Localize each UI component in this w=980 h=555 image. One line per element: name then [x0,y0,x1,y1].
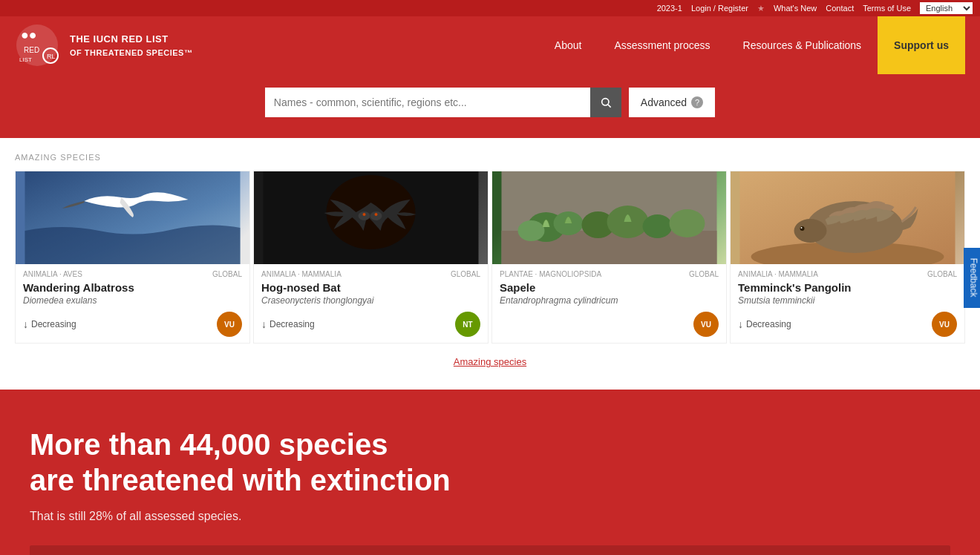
species-scope-pangolin: GLOBAL [927,270,957,278]
species-status-pangolin: ↓ Decreasing VU [738,312,957,337]
trend-label-albatross: Decreasing [31,319,76,329]
nav-resources[interactable]: Resources & Publications [727,16,878,74]
svg-point-14 [375,213,378,216]
species-name-bat: Hog-nosed Bat [261,281,480,294]
section-label: AMAZING SPECIES [15,153,965,162]
login-link[interactable]: Login / Register [691,4,748,13]
species-kingdom-pangolin: ANIMALIA · MAMMALIA [738,270,818,278]
species-scientific-sapele: Entandrophragma cylindricum [500,295,719,306]
svg-text:RED: RED [24,46,39,54]
terms-link[interactable]: Terms of Use [863,4,911,13]
logo-text: THE IUCN RED LIST OF THREATENED SPECIES™ [70,32,192,59]
species-scientific-albatross: Diomedea exulans [23,295,242,306]
search-section: Advanced ? [0,74,980,138]
search-button[interactable] [590,88,621,117]
species-card-pangolin[interactable]: ANIMALIA · MAMMALIA GLOBAL Temminck's Pa… [730,171,965,344]
stats-subtitle: That is still 28% of all assessed specie… [30,510,950,523]
species-status-bat: ↓ Decreasing NT [261,312,480,337]
svg-point-6 [602,99,609,105]
species-meta-pangolin: ANIMALIA · MAMMALIA GLOBAL [738,270,957,278]
nav-assessment[interactable]: Assessment process [598,16,726,74]
species-status-albatross: ↓ Decreasing VU [23,312,242,337]
separator: ★ [757,4,765,13]
species-info-albatross: ANIMALIA · AVES GLOBAL Wandering Albatro… [16,264,249,343]
species-info-bat: ANIMALIA · MAMMALIA GLOBAL Hog-nosed Bat… [254,264,488,343]
nav-support[interactable]: Support us [878,16,965,74]
status-badge-pangolin: VU [932,312,957,337]
species-card-albatross[interactable]: ANIMALIA · AVES GLOBAL Wandering Albatro… [15,171,250,344]
svg-point-23 [670,209,705,237]
trend-label-bat: Decreasing [270,319,315,329]
species-scope-albatross: GLOBAL [212,270,242,278]
logo-line1: THE IUCN RED LIST [70,32,192,47]
species-card-sapele[interactable]: PLANTAE · MAGNOLIOPSIDA GLOBAL Sapele En… [491,171,727,344]
svg-point-28 [800,226,805,231]
species-scope-bat: GLOBAL [451,270,480,278]
species-scientific-pangolin: Smutsia temminckii [738,295,957,306]
species-name-albatross: Wandering Albatross [23,281,242,294]
trend-bat: ↓ Decreasing [261,318,315,330]
status-badge-albatross: VU [217,312,242,337]
amazing-species-link[interactable]: Amazing species [454,356,526,367]
species-kingdom-bat: ANIMALIA · MAMMALIA [261,270,342,278]
contact-link[interactable]: Contact [826,4,854,13]
svg-point-13 [363,213,366,216]
status-badge-bat: NT [455,312,480,337]
species-image-sapele [492,171,726,264]
svg-point-22 [643,214,673,238]
trend-arrow-bat: ↓ [261,318,267,330]
amazing-link: Amazing species [15,355,965,367]
stats-section: More than 44,000 species are threatened … [0,390,980,555]
species-meta-sapele: PLANTAE · MAGNOLIOPSIDA GLOBAL [500,270,719,278]
svg-text:●●: ●● [21,27,37,42]
logo-icon: ●● RED LIST RL [15,23,59,68]
trend-albatross: ↓ Decreasing [23,318,76,330]
header: ●● RED LIST RL THE IUCN RED LIST OF THRE… [0,16,980,74]
species-info-pangolin: ANIMALIA · MAMMALIA GLOBAL Temminck's Pa… [731,264,964,343]
trend-pangolin: ↓ Decreasing [738,318,791,330]
svg-line-7 [608,105,611,108]
species-image-albatross [16,171,249,264]
top-bar: 2023-1 Login / Register ★ What's New Con… [0,0,980,16]
advanced-search-button[interactable]: Advanced ? [629,88,715,117]
amazing-species-section: AMAZING SPECIES [0,138,980,390]
species-info-sapele: PLANTAE · MAGNOLIOPSIDA GLOBAL Sapele En… [492,264,726,343]
nav-about[interactable]: About [538,16,598,74]
species-kingdom-sapele: PLANTAE · MAGNOLIOPSIDA [500,270,601,278]
search-box [265,88,621,117]
svg-text:RL: RL [47,53,56,60]
trend-label-pangolin: Decreasing [746,319,791,329]
year-label: 2023-1 [657,4,682,13]
feedback-tab[interactable]: Feedback [964,248,980,308]
species-status-sapele: VU [500,312,719,337]
species-name-pangolin: Temminck's Pangolin [738,281,957,294]
svg-point-29 [801,227,803,229]
species-image-bat [254,171,488,264]
logo-line2: OF THREATENED SPECIES™ [70,47,192,59]
svg-point-27 [794,219,827,243]
svg-text:LIST: LIST [19,56,32,63]
species-meta-bat: ANIMALIA · MAMMALIA GLOBAL [261,270,480,278]
whats-new-link[interactable]: What's New [774,4,817,13]
svg-point-19 [518,220,545,241]
language-select[interactable]: English Français Español [920,2,973,14]
stats-headline: More than 44,000 species are threatened … [30,427,950,498]
species-card-bat[interactable]: ANIMALIA · MAMMALIA GLOBAL Hog-nosed Bat… [253,171,489,344]
trend-arrow-albatross: ↓ [23,318,28,330]
species-kingdom-albatross: ANIMALIA · AVES [23,270,82,278]
search-input[interactable] [265,88,590,117]
status-badge-sapele: VU [693,312,719,337]
species-meta-albatross: ANIMALIA · AVES GLOBAL [23,270,242,278]
advanced-label: Advanced [641,96,687,108]
species-scientific-bat: Craseonycteris thonglongyai [261,295,480,306]
stats-grid: AMPHIBIANS 41% 🐸 MAMMALS 26% 🐆 CONIFERS … [30,545,950,555]
species-image-pangolin [731,171,964,264]
species-name-sapele: Sapele [500,281,719,294]
species-scope-sapele: GLOBAL [689,270,719,278]
species-grid: ANIMALIA · AVES GLOBAL Wandering Albatro… [15,171,965,344]
main-nav: About Assessment process Resources & Pub… [538,16,965,74]
logo-area[interactable]: ●● RED LIST RL THE IUCN RED LIST OF THRE… [15,23,192,68]
info-icon: ? [691,96,703,108]
trend-arrow-pangolin: ↓ [738,318,743,330]
